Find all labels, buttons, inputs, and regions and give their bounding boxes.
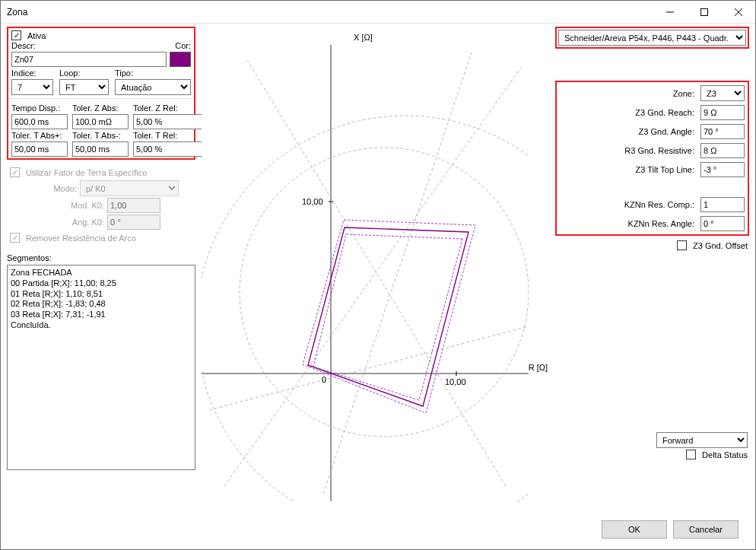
toler-t-rel-label: Toler. T Rel:	[133, 131, 191, 140]
gnd-offset-label: Z3 Gnd. Offset	[693, 241, 748, 250]
delta-status-checkbox[interactable]	[686, 450, 696, 459]
gnd-offset-checkbox[interactable]	[677, 240, 687, 250]
content-area: Ativa Descr: Cor: Indice: Loop: Tipo:	[1, 24, 755, 549]
tempo-disp-input[interactable]	[11, 114, 68, 129]
ang-k0-input	[107, 215, 160, 230]
zona-window: Zona Ativa Descr: Cor:	[0, 0, 756, 550]
svg-line-10	[224, 68, 521, 486]
r3-res-label: R3 Gnd. Resistive:	[624, 146, 694, 155]
toler-z-rel-label: Toler. Z Rel:	[133, 103, 191, 113]
ang-k0-label: Ang. K0:	[65, 218, 104, 227]
right-column: Schneider/Areva P54x, P446, P443 - Quadr…	[555, 27, 749, 543]
zone-select[interactable]: Z3	[700, 85, 745, 101]
mod-k0-label: Mod. K0:	[65, 201, 104, 210]
toler-t-absp-label: Toler. T Abs+:	[11, 131, 68, 140]
direction-select[interactable]: Forward	[656, 432, 748, 448]
cancel-button[interactable]: Cancelar	[673, 520, 739, 539]
tempo-disp-label: Tempo Disp.:	[11, 103, 68, 113]
loop-select[interactable]: FT	[59, 79, 109, 95]
toler-z-abs-input[interactable]	[72, 114, 129, 129]
segmentos-label: Segmentos:	[7, 253, 195, 262]
utilizar-checkbox	[10, 167, 20, 177]
tipo-select[interactable]: Atuação	[115, 79, 191, 95]
impedance-chart: X [Ω] R [Ω] 10,00 0 10,00	[202, 30, 549, 501]
svg-line-13	[209, 326, 529, 410]
segmentos-text[interactable]: Zona FECHADA 00 Partida [R;X]: 11,00; 8,…	[7, 265, 195, 470]
svg-line-12	[323, 52, 472, 494]
toler-t-absm-input[interactable]	[72, 141, 129, 157]
tilt-input[interactable]	[700, 162, 745, 177]
toler-t-absp-input[interactable]	[11, 141, 68, 157]
gnd-reach-label: Z3 Gnd. Reach:	[635, 108, 694, 117]
window-title: Zona	[1, 7, 653, 17]
cor-swatch[interactable]	[170, 52, 191, 67]
tilt-label: Z3 Tilt Top Line:	[636, 165, 694, 174]
remover-label: Remover Resistência de Arco	[26, 234, 136, 243]
chart-panel: X [Ω] R [Ω] 10,00 0 10,00	[195, 27, 555, 543]
zone-label: Zone:	[673, 89, 694, 98]
cor-label: Cor:	[175, 41, 191, 50]
delta-status-label: Delta Status	[702, 450, 748, 459]
descr-label: Descr:	[11, 41, 172, 50]
utilizar-label: Utilizar Fator de Terra Específico	[26, 168, 147, 177]
chart-svg	[202, 30, 529, 501]
left-column: Ativa Descr: Cor: Indice: Loop: Tipo:	[7, 27, 195, 543]
tipo-label: Tipo:	[115, 68, 191, 78]
ok-button[interactable]: OK	[602, 520, 667, 539]
ativa-checkbox[interactable]	[11, 30, 21, 40]
tick-x10: 10,00	[445, 377, 466, 386]
segmentos-panel: Segmentos: Zona FECHADA 00 Partida [R;X]…	[7, 253, 195, 470]
descr-input[interactable]	[11, 52, 167, 67]
remover-checkbox	[10, 233, 20, 243]
gnd-angle-input[interactable]	[700, 124, 745, 139]
svg-point-8	[240, 148, 529, 437]
zone-params-box: Zone: Z3 Z3 Gnd. Reach: Z3 Gnd. Angle: R…	[555, 81, 749, 236]
svg-rect-1	[700, 8, 707, 15]
r3-res-input[interactable]	[700, 143, 745, 158]
minimize-button[interactable]	[653, 1, 687, 24]
indice-label: Indice:	[11, 68, 53, 78]
ativa-label: Ativa	[27, 31, 46, 40]
r-axis-label: R [Ω]	[529, 363, 548, 372]
toler-z-abs-label: Toler. Z Abs:	[72, 103, 129, 113]
tick-y0: 0	[322, 375, 326, 384]
mod-k0-input	[107, 198, 160, 213]
zone-settings-box: Ativa Descr: Cor: Indice: Loop: Tipo:	[7, 27, 195, 160]
svg-line-11	[247, 60, 506, 486]
characteristic-box: Schneider/Areva P54x, P446, P443 - Quadr…	[555, 27, 749, 49]
tick-y10: 10,00	[302, 197, 323, 206]
loop-label: Loop:	[59, 68, 109, 78]
modo-select: p/ K0	[80, 180, 179, 196]
x-axis-label: X [Ω]	[354, 33, 373, 42]
kznn-angle-label: KZNn Res. Angle:	[628, 219, 694, 228]
close-button[interactable]	[721, 1, 755, 24]
toler-t-absm-label: Toler. T Abs-:	[72, 131, 129, 140]
kznn-comp-input[interactable]	[700, 197, 745, 212]
ground-factor-panel: Utilizar Fator de Terra Específico Modo:…	[7, 163, 195, 247]
titlebar: Zona	[1, 1, 755, 24]
characteristic-select[interactable]: Schneider/Areva P54x, P446, P443 - Quadr…	[558, 30, 746, 46]
modo-label: Modo:	[40, 184, 77, 193]
kznn-comp-label: KZNn Res. Comp.:	[624, 200, 694, 209]
kznn-angle-input[interactable]	[700, 216, 745, 231]
indice-select[interactable]: 7	[11, 79, 53, 95]
svg-point-9	[202, 116, 529, 501]
maximize-button[interactable]	[687, 1, 721, 24]
gnd-angle-label: Z3 Gnd. Angle:	[639, 127, 694, 136]
gnd-reach-input[interactable]	[700, 105, 745, 120]
dialog-buttons: OK Cancelar	[596, 520, 739, 539]
